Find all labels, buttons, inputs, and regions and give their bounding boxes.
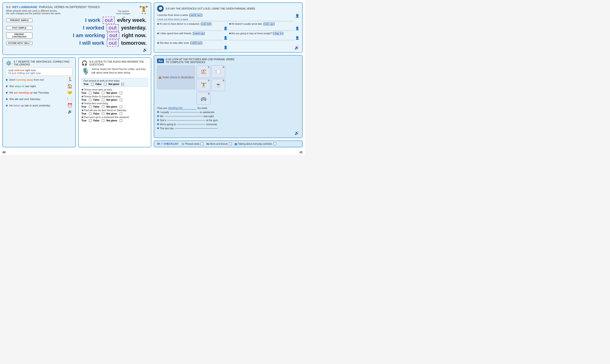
q4-true[interactable] — [89, 112, 92, 115]
exercise-97-2: ❷ She stays in last night. 🏠 — [6, 84, 72, 89]
section-99: 💬 9.9 SAY THE SENTENCES OUT LOUD, USING … — [154, 2, 303, 52]
page-left: 40 — [2, 151, 5, 154]
picture-3: ③ 🏋️ — [197, 79, 210, 91]
fill-blank-5[interactable] — [175, 128, 217, 129]
tense-row-present-continuous: PRESENT CONTINUOUS I am working out righ… — [6, 32, 148, 39]
section-96-header: 9.6 KEY LANGUAGE PHRASAL VERBS IN DIFFER… — [6, 5, 148, 9]
section-98-title: 9.8 LISTEN TO THE AUDIO AND ANSWER THE Q… — [89, 60, 148, 66]
fill-4: ❹ We're going to tomorrow. — [157, 123, 299, 126]
example-answer: checking into — [168, 106, 196, 109]
q2-true[interactable] — [89, 99, 92, 101]
fill-blank-1[interactable] — [170, 112, 199, 112]
q4-false[interactable] — [102, 112, 104, 115]
section-97-header: ⚙️ 9.7 REWRITE THE SENTENCES, CORRECTING… — [6, 60, 72, 66]
picture-1: ① 🏖️ — [197, 65, 210, 78]
q3-true[interactable] — [89, 105, 92, 108]
tense-sentence-future-will: I will work out tomorrow. — [34, 39, 148, 47]
bottom-row: ⚙️ 9.7 REWRITE THE SENTENCES, CORRECTING… — [2, 57, 151, 147]
figure-5: ⏰ — [67, 103, 72, 108]
checklist-everyday-checkbox[interactable] — [273, 143, 276, 145]
page-right: 41 — [299, 151, 303, 154]
section-97-speaker[interactable]: 🔊 — [6, 109, 72, 114]
q5-false[interactable] — [102, 119, 104, 122]
picture-5: ⑤ 🚌 — [197, 92, 210, 104]
checklist-everyday: 👥 Talking about everyday activities — [234, 143, 276, 145]
checklist-work-checkbox[interactable] — [229, 143, 232, 145]
section-910-title: 9.10 LOOK AT THE PICTURES AND USE PHRASA… — [166, 58, 234, 64]
q1-notgiven[interactable] — [120, 92, 122, 94]
checklist-phrasal-checkbox[interactable] — [201, 143, 203, 145]
pictures-row: 🏨 hotel check-in illustration ① 🏖️ ② 🍽️ — [157, 65, 299, 104]
fill-blank-3[interactable] — [167, 120, 205, 120]
tense-label-past-simple: PAST SIMPLE — [6, 26, 32, 30]
section-910-speaker[interactable]: 🔊 — [157, 131, 299, 135]
figure-4: 🍽️ — [67, 96, 72, 102]
fill-blank-4[interactable] — [177, 124, 205, 125]
fill-blank-2[interactable] — [165, 116, 203, 117]
exercise-99-2: ❷ I often spend time with friends. [meet… — [157, 32, 228, 40]
fill-1: ❶ I usually on weekends. — [157, 111, 299, 114]
section-910: Aa 9.10 LOOK AT THE PICTURES AND USE PHR… — [154, 55, 303, 138]
figure-1: 🏃 — [67, 77, 72, 82]
tense-row-past-simple: PAST SIMPLE I worked out yesterday. — [6, 24, 148, 31]
section-99-speaker[interactable]: 🔊 — [295, 45, 299, 50]
exercise-99-grid: ❶ It's nice to have dinner in a restaura… — [157, 23, 299, 50]
q2-notgiven[interactable] — [120, 99, 122, 101]
question-98-5: ❺ Paul won't go to a restaurant this wee… — [81, 116, 148, 122]
example-false-checkbox[interactable] — [104, 83, 107, 85]
q1-true[interactable] — [89, 92, 92, 94]
tense-label-present-simple: PRESENT SIMPLE — [6, 18, 32, 22]
question-98-4: ❹ Paul will see his best friend on Satur… — [81, 109, 148, 115]
section-99-example: I exercise three times a week. [work out… — [157, 14, 299, 21]
out-box-1: out — [103, 17, 115, 24]
person-icon-1: 👤 — [224, 26, 228, 30]
q2-false[interactable] — [102, 99, 104, 101]
people-icon-checklist: 👥 — [234, 143, 237, 145]
q3-false[interactable] — [102, 105, 104, 108]
q4-notgiven[interactable] — [120, 112, 122, 115]
section-99-title: 9.9 SAY THE SENTENCES OUT LOUD, USING TH… — [166, 7, 255, 10]
exercise-97-4: ❹ She ate out next Saturday. 🍽️ — [6, 96, 72, 102]
audio-description: Teresa meets her friend Paul for coffee,… — [92, 67, 148, 74]
q5-notgiven[interactable] — [120, 119, 122, 122]
exercise-97-5: ❺ He turns up late to work yesterday. ⏰ — [6, 103, 72, 108]
q1-false[interactable] — [102, 92, 104, 94]
q3-notgiven[interactable] — [120, 105, 122, 108]
headphone-icon: 🎧 — [81, 60, 87, 66]
fill-example: They are checking into the hotel. — [157, 106, 299, 109]
example-original: I just chill out right now. — [8, 69, 70, 72]
question-98-2: ❷ Teresa thinks it's important to relax.… — [81, 95, 148, 101]
exercise-99-1: ❶ It's nice to have dinner in a restaura… — [157, 23, 228, 31]
tense-sentence-present-continuous: I am working out right now. — [34, 32, 148, 39]
tense-rows: PRESENT SIMPLE I work out every week. PA… — [6, 17, 148, 47]
person-icon-3: 👤 — [295, 26, 299, 30]
fill-2: ❷ We last night. — [157, 115, 299, 117]
fill-3: ❸ She's at the gym. — [157, 119, 299, 122]
section-96-number: 9.6 — [6, 5, 11, 9]
question-98-1: ❶ Teresa never gets up early. True False… — [81, 88, 148, 94]
particle-note: The particle never changes. ↙ — [115, 10, 132, 20]
checklist-work-leisure: Aa Work and leisure — [206, 143, 232, 145]
right-column: 💬 9.9 SAY THE SENTENCES OUT LOUD, USING … — [154, 2, 303, 147]
aa-icon-checklist: Aa — [206, 143, 209, 145]
example-tf-row: True False Not given ✓ — [84, 83, 146, 85]
tense-label-future-will: FUTURE WITH "WILL" — [6, 41, 32, 45]
section-96-speaker[interactable]: 🔊 — [6, 48, 148, 52]
checklist: 09 ✓ CHECKLIST ⚙️ Phrasal verbs Aa Work … — [154, 141, 303, 147]
section-96-tag: KEY LANGUAGE — [12, 5, 37, 9]
exercise-99-5: ❺ She likes to relax after work. [chill … — [157, 42, 228, 50]
question-98-3: ❸ Teresa likes exercising. True False No… — [81, 102, 148, 108]
example-notgiven-checkbox[interactable]: ✓ — [121, 83, 124, 85]
exercise-97-3: ❸ We are meeting up last Thursday. 🤝 — [6, 90, 72, 95]
section-97-number: 9.7 REWRITE THE SENTENCES, CORRECTING TH… — [14, 60, 72, 66]
gear-icon-checklist: ⚙️ — [181, 143, 184, 145]
figure-3: 🤝 — [67, 90, 72, 95]
q5-true[interactable] — [89, 119, 92, 122]
fill-5: ❺ The bus has . — [157, 127, 299, 130]
person-icon-4: 👤 — [295, 36, 299, 40]
section-96-title: PHRASAL VERBS IN DIFFERENT TENSES — [39, 5, 100, 9]
example-true-checkbox[interactable] — [91, 83, 94, 85]
section-96: 9.6 KEY LANGUAGE PHRASAL VERBS IN DIFFER… — [2, 2, 151, 55]
checklist-title: 09 ✓ CHECKLIST — [157, 142, 178, 145]
exercise-99-3: ❸ He doesn't usually arrive late. [turn … — [229, 23, 299, 31]
